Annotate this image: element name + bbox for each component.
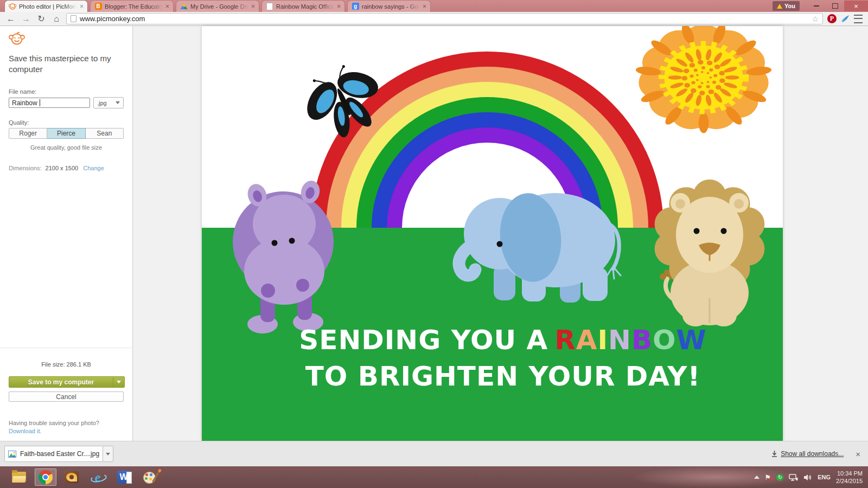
movie-maker-icon <box>65 471 79 483</box>
chrome-profile-button[interactable]: You <box>773 1 800 11</box>
taskbar: e W ⚑✕ ↻ <box>0 466 868 488</box>
chrome-menu-icon[interactable] <box>854 15 863 23</box>
taskbar-internet-explorer-button[interactable]: e <box>87 468 108 486</box>
network-icon[interactable] <box>789 474 798 481</box>
taskbar-clock[interactable]: 10:34 PM 2/24/2015 <box>836 470 863 485</box>
file-name-input[interactable] <box>9 98 90 108</box>
drive-favicon-icon <box>180 3 188 10</box>
rainbow-letter: W <box>676 324 707 356</box>
save-panel-footer: File size: 286.1 KB Save to my computer … <box>0 348 133 436</box>
language-indicator[interactable]: ENG <box>818 474 831 480</box>
download-item-menu[interactable] <box>103 446 113 462</box>
download-item[interactable]: Faith-based Easter Cr....jpg <box>4 446 103 462</box>
browser-tab-strip: Photo editor | PicMonkey × B Blogger: Th… <box>0 0 868 12</box>
show-all-downloads-label: Show all downloads... <box>781 450 844 458</box>
clock-date: 2/24/2015 <box>836 477 863 485</box>
window-controls: You × <box>773 0 868 12</box>
volume-icon[interactable] <box>803 474 812 481</box>
rainbow-letter: R <box>554 324 576 356</box>
trouble-text: Having trouble saving your photo? <box>9 420 99 426</box>
taskbar-chrome-button[interactable] <box>35 468 56 486</box>
refresh-icon[interactable]: ↻ <box>36 15 47 23</box>
profile-label: You <box>784 3 795 9</box>
picmonkey-logo-icon <box>9 31 25 46</box>
chevron-down-icon <box>106 453 110 455</box>
quality-segmented-control: Roger Pierce Sean <box>9 128 124 139</box>
home-icon[interactable]: ⌂ <box>51 15 62 23</box>
tab-google-drive[interactable]: My Drive - Google Drive × <box>176 0 259 12</box>
taskbar-word-button[interactable]: W <box>113 468 135 486</box>
photo-canvas: SENDING YOU ARAINBOW TO BRIGHTEN YOUR DA… <box>202 26 783 441</box>
caption-rainbow-word: RAINBOW <box>554 324 706 356</box>
extension-icon[interactable] <box>841 15 850 23</box>
tab-close-icon[interactable]: × <box>337 4 341 9</box>
url-text[interactable]: www.picmonkey.com <box>80 15 808 23</box>
rainbow-letter: O <box>653 324 676 356</box>
download-icon <box>771 451 777 457</box>
window-restore-button[interactable] <box>826 1 844 11</box>
quality-label: Quality: <box>9 119 124 126</box>
bookmark-star-icon[interactable]: ☆ <box>812 15 819 23</box>
file-name-label: File name: <box>9 88 124 95</box>
tab-title: Photo editor | PicMonkey <box>19 3 77 10</box>
cancel-button[interactable]: Cancel <box>9 391 124 402</box>
tab-close-icon[interactable]: × <box>165 4 169 9</box>
tray-app-icon[interactable]: ↻ <box>776 474 783 481</box>
tray-expand-icon[interactable] <box>754 476 760 479</box>
downloads-bar: Faith-based Easter Cr....jpg Show all do… <box>0 441 868 466</box>
palette-icon <box>143 471 157 484</box>
internet-explorer-icon: e <box>90 470 105 484</box>
clock-time: 10:34 PM <box>836 470 863 477</box>
editor-background: SENDING YOU ARAINBOW TO BRIGHTEN YOUR DA… <box>133 26 868 441</box>
canvas-caption: SENDING YOU ARAINBOW TO BRIGHTEN YOUR DA… <box>224 322 782 395</box>
save-options-dropdown[interactable] <box>113 377 124 387</box>
address-bar[interactable]: www.picmonkey.com ☆ <box>66 13 823 24</box>
dimensions-value: 2100 x 1500 <box>46 165 79 171</box>
tab-rainbow-magic[interactable]: Rainbow Magic Official Si × <box>261 0 345 12</box>
quality-option-sean[interactable]: Sean <box>86 128 124 139</box>
chevron-down-icon <box>117 381 121 383</box>
rainbow-letter: B <box>631 324 653 356</box>
system-tray: ⚑✕ ↻ ENG 10:34 PM 2/24/2015 <box>754 470 868 485</box>
rainbow-letter: N <box>608 324 631 356</box>
page-icon <box>71 15 76 22</box>
word-icon: W <box>117 471 130 484</box>
rainbow-letter: I <box>598 324 609 356</box>
tab-title: Blogger: The Educators' S <box>105 3 163 10</box>
taskbar-moviemaker-button[interactable] <box>61 468 82 486</box>
tab-title: Rainbow Magic Official Si <box>276 3 334 10</box>
download-it-link[interactable]: Download it. <box>9 428 42 434</box>
show-all-downloads-link[interactable]: Show all downloads... <box>771 450 844 458</box>
picmonkey-favicon-icon <box>9 3 16 10</box>
caption-line1: SENDING YOU ARAINBOW <box>224 322 782 358</box>
caption-line1-prefix: SENDING YOU A <box>299 324 548 356</box>
taskbar-explorer-button[interactable] <box>9 468 30 486</box>
browser-toolbar: ← → ↻ ⌂ www.picmonkey.com ☆ P <box>0 12 868 26</box>
tab-rainbow-sayings[interactable]: g rainbow sayings - Google × <box>347 0 431 12</box>
quality-option-pierce[interactable]: Pierce <box>47 128 85 139</box>
tab-picmonkey[interactable]: Photo editor | PicMonkey × <box>4 0 88 12</box>
save-split-button: Save to my computer <box>9 376 125 388</box>
folder-icon <box>12 472 27 483</box>
close-downloads-bar-icon[interactable]: × <box>856 450 860 459</box>
quality-note: Great quality, good file size <box>9 144 124 151</box>
save-button[interactable]: Save to my computer <box>9 377 113 387</box>
pinterest-extension-icon[interactable]: P <box>827 14 837 23</box>
dimensions-label: Dimensions: <box>9 165 42 171</box>
extension-dropdown[interactable]: .jpg <box>93 97 124 108</box>
action-center-flag-icon[interactable]: ⚑✕ <box>765 474 771 481</box>
quality-option-roger[interactable]: Roger <box>9 128 47 139</box>
blogger-favicon-icon: B <box>94 3 102 10</box>
taskbar-photo-editor-button[interactable] <box>139 468 161 486</box>
forward-icon[interactable]: → <box>21 15 31 23</box>
tab-close-icon[interactable]: × <box>80 4 84 9</box>
text-caret <box>40 99 40 106</box>
tab-close-icon[interactable]: × <box>251 4 255 9</box>
tab-blogger[interactable]: B Blogger: The Educators' S × <box>90 0 174 12</box>
back-icon[interactable]: ← <box>5 15 16 23</box>
tab-close-icon[interactable]: × <box>423 4 426 9</box>
change-dimensions-link[interactable]: Change <box>83 165 104 171</box>
window-close-button[interactable]: × <box>844 1 868 11</box>
window-minimize-button[interactable] <box>807 1 826 11</box>
chevron-down-icon <box>116 101 120 104</box>
